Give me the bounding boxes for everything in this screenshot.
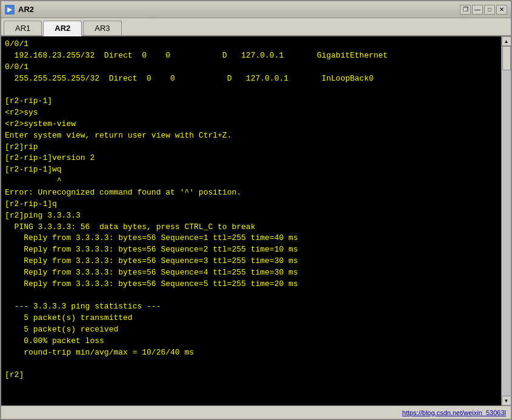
restore-button[interactable]: ❐ xyxy=(460,5,471,15)
tab-ar3[interactable]: AR3 xyxy=(83,21,121,35)
close-button[interactable]: ✕ xyxy=(496,5,507,15)
scroll-up-arrow[interactable]: ▲ xyxy=(502,36,511,46)
app-icon: ▶ xyxy=(5,5,15,15)
title-bar-left: ▶ AR2 xyxy=(5,5,34,15)
terminal-container: 0/0/1 192.168.23.255/32 Direct 0 0 D 127… xyxy=(1,36,511,405)
minimize-button[interactable]: — xyxy=(472,5,483,15)
tab-bar: AR1 AR2 AR3 xyxy=(1,18,511,36)
window-title: AR2 xyxy=(18,5,34,14)
main-window: ▶ AR2 ❐ — □ ✕ AR1 AR2 AR3 0/0/1 192.168.… xyxy=(0,0,512,420)
terminal-output[interactable]: 0/0/1 192.168.23.255/32 Direct 0 0 D 127… xyxy=(1,36,501,405)
status-bar: https://blog.csdn.net/weixin_53063l xyxy=(1,405,511,419)
scroll-track[interactable] xyxy=(502,46,511,396)
scrollbar: ▲ ▼ xyxy=(501,36,511,405)
scroll-down-arrow[interactable]: ▼ xyxy=(502,396,511,405)
status-link[interactable]: https://blog.csdn.net/weixin_53063l xyxy=(402,409,506,416)
tab-ar1[interactable]: AR1 xyxy=(4,21,42,35)
title-bar: ▶ AR2 ❐ — □ ✕ xyxy=(1,1,511,18)
title-controls: ❐ — □ ✕ xyxy=(460,5,507,15)
scroll-thumb[interactable] xyxy=(502,46,511,70)
tab-ar2[interactable]: AR2 xyxy=(43,21,82,36)
maximize-button[interactable]: □ xyxy=(484,5,495,15)
